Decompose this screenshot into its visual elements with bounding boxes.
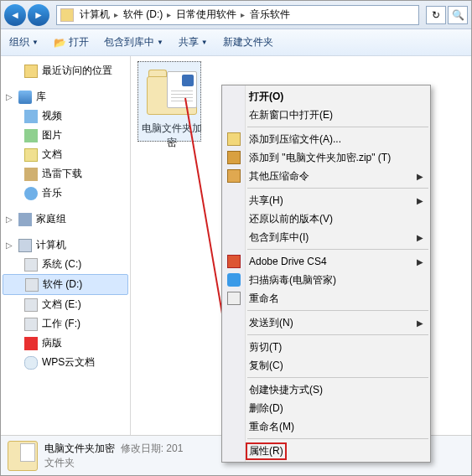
sidebar-item-homegroup[interactable]: ▷家庭组 (1, 210, 130, 229)
separator (247, 310, 428, 311)
folder-icon (60, 8, 74, 22)
include-menu[interactable]: 包含到库中▼ (104, 35, 163, 49)
organize-menu[interactable]: 组织▼ (9, 35, 39, 49)
separator (247, 127, 428, 127)
sidebar-item-drive-f[interactable]: 工作 (F:) (1, 314, 130, 334)
breadcrumb[interactable]: 软件 (D:) (121, 8, 174, 22)
new-folder-button[interactable]: 新建文件夹 (223, 35, 273, 49)
ctx-other-compress[interactable]: 其他压缩命令▶ (222, 167, 430, 185)
ctx-add-zip[interactable]: 添加到 "电脑文件夹加密.zip" (T) (222, 148, 430, 167)
ctx-create-shortcut[interactable]: 创建快捷方式(S) (222, 380, 430, 399)
sidebar-item-computer[interactable]: ▷计算机 (1, 235, 130, 255)
ctx-add-archive[interactable]: 添加到压缩文件(A)... (222, 130, 430, 148)
ctx-scan-virus[interactable]: 扫描病毒(电脑管家) (222, 271, 430, 289)
address-bar[interactable]: 计算机 软件 (D:) 日常使用软件 音乐软件 (56, 5, 419, 25)
ctx-properties[interactable]: 属性(R) (222, 442, 430, 460)
shield-icon (227, 273, 241, 287)
folder-thumbnail-icon (145, 65, 199, 118)
sidebar-item-recent[interactable]: 最近访问的位置 (1, 61, 130, 80)
ctx-rename[interactable]: 重命名(M) (222, 417, 430, 436)
sidebar-item-library[interactable]: ▷库 (1, 87, 130, 106)
adobe-icon (227, 255, 241, 268)
open-button[interactable]: 📂打开 (54, 35, 89, 49)
navigation-bar: ◄ ► 计算机 软件 (D:) 日常使用软件 音乐软件 ↻ 🔍 (1, 1, 471, 29)
sidebar-item-music[interactable]: 音乐 (1, 184, 130, 203)
ctx-cut[interactable]: 剪切(T) (222, 338, 430, 356)
compress-icon (227, 169, 241, 183)
share-menu[interactable]: 共享▼ (179, 35, 208, 49)
ctx-delete[interactable]: 删除(D) (222, 399, 430, 417)
ctx-rename-alt[interactable]: 重命名 (222, 289, 430, 308)
breadcrumb[interactable]: 音乐软件 (247, 8, 297, 22)
separator (247, 334, 428, 335)
sidebar-item-drive-e[interactable]: 文档 (E:) (1, 295, 130, 314)
ctx-restore-version[interactable]: 还原以前的版本(V) (222, 210, 430, 228)
rename-icon (227, 292, 241, 305)
ctx-open[interactable]: 打开(O) (222, 87, 430, 106)
breadcrumb[interactable]: 计算机 (77, 8, 121, 22)
separator (247, 377, 428, 378)
separator (247, 188, 428, 189)
forward-button[interactable]: ► (28, 4, 49, 26)
separator (247, 249, 428, 250)
sidebar-item-wps[interactable]: WPS云文档 (1, 353, 130, 372)
ctx-include-library[interactable]: 包含到库中(I)▶ (222, 228, 430, 246)
ctx-adobe-drive[interactable]: Adobe Drive CS4▶ (222, 252, 430, 271)
status-text: 电脑文件夹加密 修改日期: 201 文件夹 (44, 442, 183, 470)
toolbar: 组织▼ 📂打开 包含到库中▼ 共享▼ 新建文件夹 (1, 29, 471, 56)
sidebar-item-documents[interactable]: 文档 (1, 145, 130, 164)
refresh-button[interactable]: ↻ (426, 6, 446, 24)
status-thumbnail-icon (8, 441, 38, 471)
sidebar-item-video[interactable]: 视频 (1, 106, 130, 126)
search-button[interactable]: 🔍 (448, 6, 468, 24)
back-button[interactable]: ◄ (4, 4, 26, 26)
context-menu: 打开(O) 在新窗口中打开(E) 添加到压缩文件(A)... 添加到 "电脑文件… (221, 85, 431, 463)
ctx-copy[interactable]: 复制(C) (222, 356, 430, 375)
archive-icon (227, 132, 241, 146)
zip-icon (227, 151, 241, 164)
sidebar-item-download[interactable]: 迅雷下载 (1, 164, 130, 184)
ctx-send-to[interactable]: 发送到(N)▶ (222, 313, 430, 332)
ctx-open-new-window[interactable]: 在新窗口中打开(E) (222, 106, 430, 124)
navigation-pane: 最近访问的位置 ▷库 视频 图片 文档 迅雷下载 音乐 ▷家庭组 ▷计算机 系统… (1, 56, 131, 435)
sidebar-item-redacted[interactable]: 病版 (1, 334, 130, 353)
separator (247, 438, 428, 439)
sidebar-item-drive-d[interactable]: 软件 (D:) (3, 274, 128, 295)
breadcrumb[interactable]: 日常使用软件 (174, 8, 247, 22)
sidebar-item-pictures[interactable]: 图片 (1, 126, 130, 145)
sidebar-item-drive-c[interactable]: 系统 (C:) (1, 255, 130, 274)
ctx-share[interactable]: 共享(H)▶ (222, 191, 430, 210)
